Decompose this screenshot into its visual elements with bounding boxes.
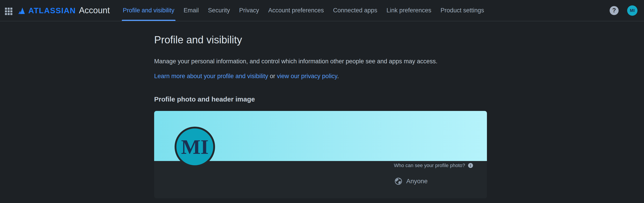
tab-account-preferences[interactable]: Account preferences <box>268 0 324 21</box>
header-actions: ? MI <box>610 0 638 21</box>
tab-privacy[interactable]: Privacy <box>239 0 259 21</box>
main-content: Profile and visibility Manage your perso… <box>154 33 487 198</box>
tab-link-preferences[interactable]: Link preferences <box>386 0 432 21</box>
privacy-policy-link[interactable]: view our privacy policy <box>277 73 337 79</box>
atlassian-logo-icon <box>18 7 26 14</box>
globe-icon <box>394 177 402 185</box>
user-avatar[interactable]: MI <box>627 5 638 16</box>
grid-icon <box>4 6 13 15</box>
page-title: Profile and visibility <box>154 33 487 46</box>
tab-security[interactable]: Security <box>208 0 230 21</box>
tab-email[interactable]: Email <box>184 0 199 21</box>
links-line: Learn more about your profile and visibi… <box>154 72 487 80</box>
link-connector: or <box>268 73 277 79</box>
top-header: ATLASSIAN Account Profile and visibility… <box>0 0 644 21</box>
visibility-question-row: Who can see your profile photo? i <box>394 163 473 169</box>
visibility-value-row[interactable]: Anyone <box>394 177 428 185</box>
help-icon[interactable]: ? <box>610 6 618 15</box>
tab-product-settings[interactable]: Product settings <box>441 0 484 21</box>
primary-nav: Profile and visibility Email Security Pr… <box>123 0 484 21</box>
product-name: Account <box>79 5 110 15</box>
visibility-question-text: Who can see your profile photo? <box>394 163 465 169</box>
section-heading-profile-photo: Profile photo and header image <box>154 95 487 104</box>
visibility-value-text: Anyone <box>406 178 428 185</box>
tab-profile-and-visibility[interactable]: Profile and visibility <box>123 0 174 21</box>
atlassian-account-logo[interactable]: ATLASSIAN Account <box>18 0 110 21</box>
app-switcher-button[interactable] <box>1 0 16 21</box>
brand-wordmark: ATLASSIAN <box>28 6 76 15</box>
learn-more-link[interactable]: Learn more about your profile and visibi… <box>154 73 268 79</box>
tab-connected-apps[interactable]: Connected apps <box>333 0 377 21</box>
info-icon[interactable]: i <box>468 163 473 168</box>
intro-text: Manage your personal information, and co… <box>154 57 487 65</box>
sentence-period: . <box>337 73 339 79</box>
photo-card-footer: Who can see your profile photo? i Anyone <box>154 161 487 198</box>
profile-photo-card: MI Who can see your profile photo? i Any… <box>154 111 487 198</box>
